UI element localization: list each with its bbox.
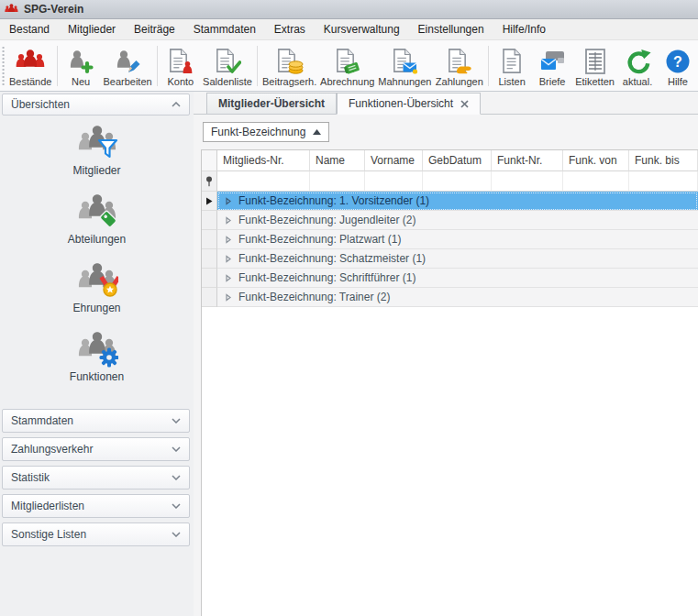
grid-empty-area xyxy=(202,307,698,616)
members-red-icon xyxy=(16,47,45,75)
group-by-label: Funkt-Bezeichnung xyxy=(211,126,305,138)
member-add-icon xyxy=(67,47,94,75)
listen-button[interactable]: Listen xyxy=(492,42,532,90)
tab-mitglieder-uebersicht[interactable]: Mitglieder-Übersicht xyxy=(206,93,337,114)
toolbar-separator xyxy=(57,46,58,86)
column-header-vorname[interactable]: Vorname xyxy=(365,150,423,171)
menu-hilfe-info[interactable]: Hilfe/Info xyxy=(493,19,555,39)
neu-button[interactable]: Neu xyxy=(61,42,101,90)
group-row-schatzmeister[interactable]: Funkt-Bezeichnung: Schatzmeister (1) xyxy=(202,249,698,269)
tab-label: Mitglieder-Übersicht xyxy=(218,94,325,114)
abrechnung-button[interactable]: Abrechnung xyxy=(318,42,376,90)
row-indicator xyxy=(202,230,217,249)
menu-einstellungen[interactable]: Einstellungen xyxy=(409,19,493,39)
sort-ascending-icon xyxy=(313,129,321,135)
panel-title: Zahlungsverkehr xyxy=(11,443,93,456)
chevron-down-icon xyxy=(172,503,181,509)
sidebar-item-mitglieder[interactable]: Mitglieder xyxy=(0,123,194,192)
chevron-down-icon xyxy=(172,446,181,452)
group-row-platzwart[interactable]: Funkt-Bezeichnung: Platzwart (1) xyxy=(202,230,698,249)
app-window: SPG-Verein Bestand Mitglieder Beiträge S… xyxy=(0,0,698,616)
menu-beitraege[interactable]: Beiträge xyxy=(125,19,184,39)
group-row-schriftfuehrer[interactable]: Funkt-Bezeichnung: Schriftführer (1) xyxy=(202,269,698,288)
filter-cell[interactable] xyxy=(629,171,698,192)
panel-mitgliederlisten[interactable]: Mitgliederlisten xyxy=(2,494,190,518)
panel-title: Statistik xyxy=(11,471,50,484)
row-indicator xyxy=(202,211,217,230)
group-row-vorsitzender[interactable]: Funkt-Bezeichnung: 1. Vorsitzender (1) xyxy=(202,192,698,211)
filter-cell[interactable] xyxy=(310,171,365,192)
sidebar: Übersichten Mitglieder xyxy=(0,92,194,616)
group-row-label: Funkt-Bezeichnung: 1. Vorsitzender (1) xyxy=(238,194,429,207)
title-bar: SPG-Verein xyxy=(0,0,698,19)
mahnungen-button[interactable]: Mahnungen xyxy=(376,42,433,90)
filter-cell[interactable] xyxy=(217,171,310,192)
konto-button[interactable]: Konto xyxy=(161,42,201,90)
help-icon: ? xyxy=(665,47,691,75)
toolbar-separator xyxy=(257,46,258,86)
zahlungen-button[interactable]: Zahlungen xyxy=(433,42,485,90)
etiketten-button[interactable]: Etiketten xyxy=(572,42,617,90)
bearbeiten-button[interactable]: Bearbeiten xyxy=(101,42,154,90)
briefe-button[interactable]: Briefe xyxy=(532,42,572,90)
column-header-funk-von[interactable]: Funk. von xyxy=(563,150,629,171)
overview-items: Mitglieder Abteilungen xyxy=(0,116,194,398)
group-row-label: Funkt-Bezeichnung: Trainer (2) xyxy=(238,291,390,303)
filter-cell[interactable] xyxy=(563,171,629,192)
beitragserh-button[interactable]: Beitragserh. xyxy=(260,42,318,90)
column-header-gebdatum[interactable]: GebDatum xyxy=(423,150,492,171)
expand-arrow-icon[interactable] xyxy=(225,236,232,244)
row-indicator xyxy=(202,288,217,307)
sidebar-item-funktionen[interactable]: Funktionen xyxy=(0,329,194,398)
grid-header-row: Mitglieds-Nr. Name Vorname GebDatum Funk… xyxy=(202,150,698,171)
tab-close-button[interactable] xyxy=(460,100,469,108)
toolbar-separator xyxy=(157,46,158,86)
fee-increase-icon xyxy=(276,47,304,75)
panel-statistik[interactable]: Statistik xyxy=(2,466,190,490)
group-row-trainer[interactable]: Funkt-Bezeichnung: Trainer (2) xyxy=(202,288,698,307)
group-row-jugendleiter[interactable]: Funkt-Bezeichnung: Jugendleiter (2) xyxy=(202,211,698,230)
panel-sonstige-listen[interactable]: Sonstige Listen xyxy=(2,522,190,546)
menu-stammdaten[interactable]: Stammdaten xyxy=(184,19,265,39)
filter-cell[interactable] xyxy=(423,171,492,192)
group-by-funkt-bezeichnung-button[interactable]: Funkt-Bezeichnung xyxy=(203,122,329,142)
panel-title: Sonstige Listen xyxy=(11,528,86,541)
expand-arrow-icon[interactable] xyxy=(225,255,232,263)
column-header-funkt-nr[interactable]: Funkt-Nr. xyxy=(492,150,563,171)
expand-arrow-icon[interactable] xyxy=(225,197,232,205)
column-header-mitglieds-nr[interactable]: Mitglieds-Nr. xyxy=(217,150,310,171)
filter-pin-icon xyxy=(205,176,213,187)
filter-cell[interactable] xyxy=(365,171,423,192)
letters-icon xyxy=(537,47,567,75)
saldenliste-button[interactable]: Saldenliste xyxy=(201,42,254,90)
toolbar-grip-handle[interactable] xyxy=(1,46,6,86)
menu-mitglieder[interactable]: Mitglieder xyxy=(59,19,125,39)
tab-funktionen-uebersicht[interactable]: Funktionen-Übersicht xyxy=(337,93,481,115)
window-title: SPG-Verein xyxy=(24,3,83,16)
grid-corner-cell xyxy=(202,150,217,171)
tab-label: Funktionen-Übersicht xyxy=(349,94,453,114)
filter-cell[interactable] xyxy=(492,171,563,192)
bestaende-button[interactable]: Bestände xyxy=(6,42,54,90)
app-logo-icon xyxy=(5,3,19,16)
sidebar-item-ehrungen[interactable]: Ehrungen xyxy=(0,260,194,329)
panel-uebersichten-header[interactable]: Übersichten xyxy=(2,94,190,116)
expand-arrow-icon[interactable] xyxy=(225,216,232,225)
panel-zahlungsverkehr[interactable]: Zahlungsverkehr xyxy=(2,437,190,461)
aktualisieren-button[interactable]: aktual. xyxy=(617,42,658,90)
billing-icon xyxy=(334,47,361,75)
column-header-name[interactable]: Name xyxy=(310,150,365,171)
labels-icon xyxy=(583,47,607,75)
close-icon xyxy=(460,100,469,108)
expand-arrow-icon[interactable] xyxy=(225,293,232,302)
menu-bestand[interactable]: Bestand xyxy=(0,19,59,39)
expand-arrow-icon[interactable] xyxy=(225,274,232,282)
chevron-down-icon xyxy=(172,532,181,537)
sidebar-item-label: Mitglieder xyxy=(72,164,120,177)
menu-extras[interactable]: Extras xyxy=(265,19,315,39)
menu-kursverwaltung[interactable]: Kursverwaltung xyxy=(315,19,409,39)
column-header-funk-bis[interactable]: Funk. bis xyxy=(629,150,698,171)
hilfe-button[interactable]: ? Hilfe xyxy=(658,42,698,90)
sidebar-item-abteilungen[interactable]: Abteilungen xyxy=(0,192,194,260)
panel-stammdaten[interactable]: Stammdaten xyxy=(2,409,190,433)
